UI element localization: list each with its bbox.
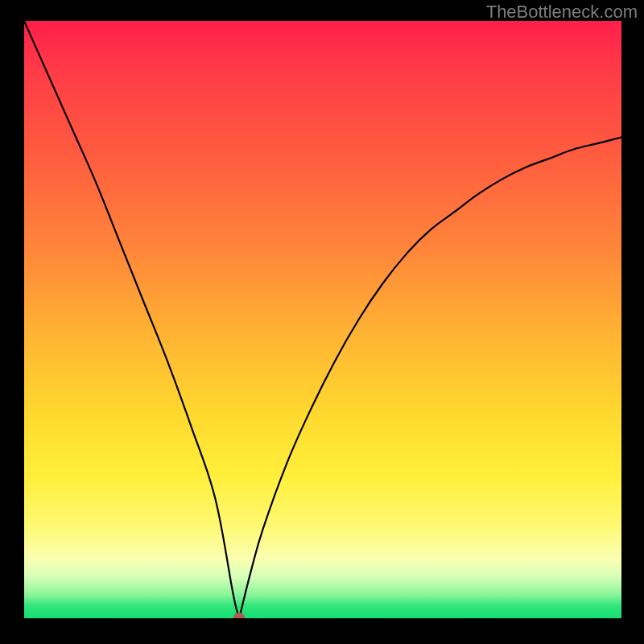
watermark-text: TheBottleneck.com	[486, 2, 638, 23]
chart-frame: TheBottleneck.com	[0, 0, 644, 644]
minimum-marker	[233, 613, 245, 618]
curve-svg	[24, 21, 621, 618]
bottleneck-curve	[24, 21, 621, 618]
plot-area	[24, 21, 621, 618]
